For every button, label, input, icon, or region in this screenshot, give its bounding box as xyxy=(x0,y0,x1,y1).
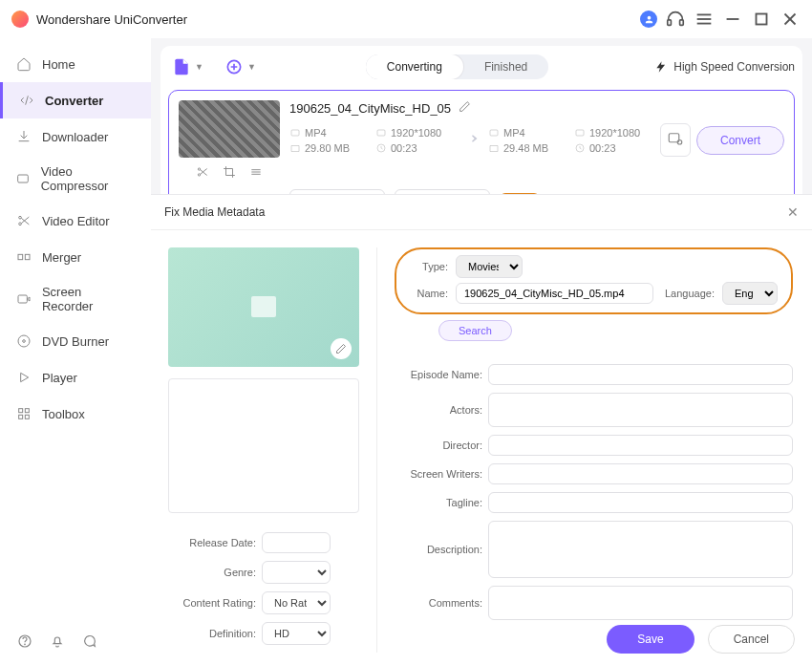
sidebar-item-label: Screen Recorder xyxy=(42,285,136,313)
user-icon[interactable] xyxy=(640,11,657,28)
sidebar-item-downloader[interactable]: Downloader xyxy=(0,118,151,155)
sidebar-item-label: Video Editor xyxy=(42,214,110,228)
sidebar-item-label: Toolbox xyxy=(42,407,85,421)
titlebar: Wondershare UniConverter xyxy=(0,0,812,38)
main-area: ▼ ▼ Converting Finished High Speed Conve… xyxy=(151,38,812,665)
scissors-icon xyxy=(15,212,32,229)
svg-rect-34 xyxy=(576,130,584,136)
add-url-button[interactable]: ▼ xyxy=(221,54,260,80)
sidebar-item-label: DVD Burner xyxy=(42,334,109,349)
cancel-button[interactable]: Cancel xyxy=(708,625,795,654)
bell-icon[interactable] xyxy=(50,633,65,652)
sidebar-item-recorder[interactable]: Screen Recorder xyxy=(0,275,151,323)
sidebar-item-label: Video Compressor xyxy=(41,164,136,193)
writers-input[interactable] xyxy=(488,463,793,484)
convert-button[interactable]: Convert xyxy=(696,126,784,155)
comments-input[interactable] xyxy=(488,586,793,620)
app-logo xyxy=(11,11,29,28)
definition-select[interactable]: HD xyxy=(262,622,331,645)
tab-finished[interactable]: Finished xyxy=(463,54,548,79)
modal-close-icon[interactable]: ✕ xyxy=(787,204,799,220)
svg-rect-0 xyxy=(668,20,672,25)
help-icon[interactable] xyxy=(17,633,32,652)
tagline-input[interactable] xyxy=(488,492,793,513)
minimize-icon[interactable] xyxy=(722,9,743,30)
file-title: 190625_04_CityMisc_HD_05 xyxy=(289,101,451,116)
sidebar-item-label: Converter xyxy=(45,94,103,108)
high-speed-toggle[interactable]: High Speed Conversion xyxy=(654,60,795,74)
name-input[interactable] xyxy=(456,283,653,304)
sidebar-item-label: Home xyxy=(42,57,75,72)
svg-point-10 xyxy=(19,216,22,219)
sidebar-item-label: Player xyxy=(42,371,77,385)
metadata-modal: Fix Media Metadata ✕ Release Date: Genre… xyxy=(151,194,812,665)
rating-select[interactable]: No Rating xyxy=(262,591,331,614)
description-input[interactable] xyxy=(488,521,793,578)
svg-point-11 xyxy=(19,223,22,225)
output-settings-icon[interactable] xyxy=(660,123,691,157)
svg-rect-31 xyxy=(377,130,385,136)
sidebar-item-converter[interactable]: Converter xyxy=(0,82,151,118)
sidebar: Home Converter Downloader Video Compress… xyxy=(0,38,151,665)
search-button[interactable]: Search xyxy=(438,320,512,341)
poster-placeholder[interactable] xyxy=(168,378,359,513)
svg-rect-20 xyxy=(19,415,23,418)
edit-thumbnail-icon[interactable] xyxy=(331,338,352,359)
svg-point-23 xyxy=(25,644,26,645)
genre-select[interactable] xyxy=(262,561,331,584)
arrow-icon xyxy=(461,128,482,152)
sidebar-item-editor[interactable]: Video Editor xyxy=(0,203,151,239)
svg-marker-17 xyxy=(21,373,29,381)
episode-input[interactable] xyxy=(488,364,793,385)
status-tabs: Converting Finished xyxy=(366,54,548,79)
release-date-input[interactable] xyxy=(262,532,331,553)
svg-rect-13 xyxy=(25,254,30,259)
edit-title-icon[interactable] xyxy=(459,100,471,116)
sidebar-item-dvd[interactable]: DVD Burner xyxy=(0,323,151,359)
sidebar-item-player[interactable]: Player xyxy=(0,359,151,396)
save-button[interactable]: Save xyxy=(607,625,694,654)
headset-icon[interactable] xyxy=(665,9,686,30)
modal-title: Fix Media Metadata xyxy=(164,205,265,219)
tab-converting[interactable]: Converting xyxy=(366,54,463,79)
crop-icon[interactable] xyxy=(223,165,236,182)
svg-point-16 xyxy=(23,340,26,343)
director-input[interactable] xyxy=(488,435,793,456)
sidebar-item-label: Downloader xyxy=(42,130,108,144)
svg-point-26 xyxy=(198,174,200,176)
maximize-icon[interactable] xyxy=(751,9,772,30)
type-select[interactable]: Movies xyxy=(456,255,523,278)
svg-point-25 xyxy=(198,168,200,170)
svg-rect-30 xyxy=(291,130,299,136)
language-select[interactable]: English xyxy=(722,282,778,305)
svg-point-15 xyxy=(18,335,30,347)
svg-rect-19 xyxy=(25,409,29,413)
grid-icon xyxy=(15,405,32,422)
sidebar-item-compressor[interactable]: Video Compressor xyxy=(0,155,151,203)
svg-rect-1 xyxy=(680,20,684,25)
sidebar-footer xyxy=(0,620,151,665)
search-group: Type: Movies Name: Language: English xyxy=(395,247,793,314)
video-thumbnail[interactable] xyxy=(179,100,280,158)
svg-rect-14 xyxy=(18,295,27,303)
play-icon xyxy=(15,369,32,386)
svg-rect-18 xyxy=(19,409,23,413)
merge-icon xyxy=(15,248,32,266)
sidebar-item-home[interactable]: Home xyxy=(0,46,151,82)
sidebar-item-toolbox[interactable]: Toolbox xyxy=(0,396,151,432)
app-title: Wondershare UniConverter xyxy=(36,12,187,27)
preview-thumbnail xyxy=(168,247,359,367)
close-icon[interactable] xyxy=(780,9,801,30)
trim-icon[interactable] xyxy=(196,165,209,182)
chevron-down-icon: ▼ xyxy=(247,62,256,72)
record-icon xyxy=(15,290,32,308)
feedback-icon[interactable] xyxy=(82,633,97,652)
actors-input[interactable] xyxy=(488,393,793,427)
svg-rect-12 xyxy=(18,254,23,259)
menu-icon[interactable] xyxy=(694,9,715,30)
effect-icon[interactable] xyxy=(249,165,263,182)
sidebar-item-merger[interactable]: Merger xyxy=(0,239,151,275)
svg-rect-9 xyxy=(18,175,29,182)
svg-rect-21 xyxy=(25,415,29,418)
add-file-button[interactable]: ▼ xyxy=(168,54,207,80)
